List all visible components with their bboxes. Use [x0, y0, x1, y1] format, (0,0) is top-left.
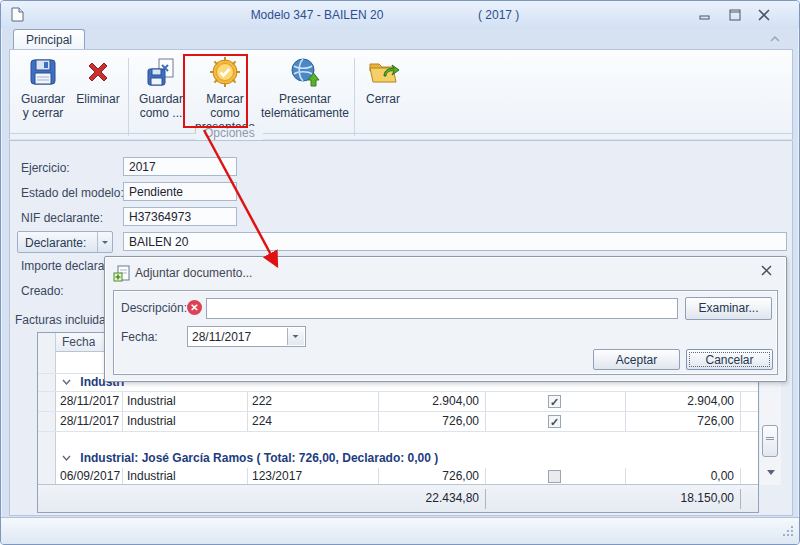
adjuntar-documento-dialog: Adjuntar documento... Descripción: ✕ Exa…: [104, 256, 787, 382]
declarante-field[interactable]: BAILEN 20: [123, 232, 787, 251]
nif-declarante-field[interactable]: H37364973: [123, 207, 237, 226]
button-label: Guardarcomo ...: [139, 92, 183, 120]
nif-declarante-label: NIF declarante:: [21, 211, 103, 225]
group-row-2[interactable]: Industrial: José García Ramos ( Total: 7…: [38, 450, 758, 468]
cell-importe: 2.904,00: [378, 394, 479, 408]
app-window: Modelo 347 - BAILEN 20 ( 2017 ) Principa…: [0, 0, 800, 545]
guardar-y-cerrar-button[interactable]: Guardary cerrar: [16, 56, 70, 126]
fecha-combo-value: 28/11/2017: [192, 330, 251, 344]
row-gap: [38, 432, 758, 450]
declarado-checkbox[interactable]: ✓: [548, 415, 561, 428]
save-as-icon: [145, 56, 177, 88]
declarante-dropdown-button[interactable]: Declarante:: [17, 231, 113, 253]
table-row[interactable]: 28/11/2017 Industrial 222 2.904,00 ✓ 2.9…: [38, 392, 758, 412]
title-bar[interactable]: Modelo 347 - BAILEN 20 ( 2017 ): [1, 1, 800, 28]
resize-grip-icon[interactable]: [781, 524, 795, 541]
button-label: Cerrar: [366, 92, 400, 106]
eliminar-button[interactable]: Eliminar: [72, 56, 124, 126]
scrollbar-thumb[interactable]: [762, 425, 778, 457]
estado-modelo-label: Estado del modelo:: [21, 186, 124, 200]
collapse-ribbon-icon[interactable]: [769, 33, 781, 47]
cell-tipo: Industrial: [127, 394, 176, 408]
scrollbar-down-icon[interactable]: [764, 466, 778, 478]
chevron-expand-icon[interactable]: [62, 451, 71, 460]
cell-numero: 123/2017: [252, 469, 302, 483]
window-title-year: ( 2017 ): [478, 8, 519, 22]
ejercicio-field[interactable]: 2017: [123, 157, 237, 176]
estado-modelo-field[interactable]: Pendiente: [123, 182, 237, 201]
cancelar-button[interactable]: Cancelar: [686, 349, 773, 370]
column-header-fecha[interactable]: Fecha: [62, 335, 95, 349]
cerrar-button[interactable]: Cerrar: [358, 56, 408, 126]
minimize-button[interactable]: [697, 9, 713, 21]
ejercicio-label: Ejercicio:: [21, 161, 70, 175]
save-icon: [27, 56, 59, 88]
declarado-checkbox[interactable]: ✓: [548, 470, 561, 483]
validation-error-icon: ✕: [187, 300, 202, 315]
cell-fecha: 06/09/2017: [60, 469, 120, 483]
globe-upload-icon: [289, 56, 321, 88]
cell-tipo: Industrial: [127, 469, 176, 483]
header-selector-cell: [38, 333, 56, 352]
descripcion-input[interactable]: [206, 298, 678, 319]
dialog-close-icon[interactable]: [760, 265, 773, 280]
dialog-title: Adjuntar documento...: [135, 266, 252, 280]
group-caption-opciones: Opciones: [196, 126, 263, 140]
tab-principal[interactable]: Principal: [13, 29, 85, 49]
annotation-highlight-box: [183, 54, 248, 128]
grid-footer: 22.434,80 18.150,00: [38, 484, 758, 512]
guardar-como-button[interactable]: Guardarcomo ...: [132, 56, 190, 126]
button-label: Eliminar: [76, 92, 119, 106]
creado-label: Creado:: [21, 284, 64, 298]
cell-importe: 726,00: [378, 414, 479, 428]
ribbon: Guardary cerrar Eliminar Guardarcomo ...…: [9, 49, 793, 139]
tab-principal-label: Principal: [26, 33, 72, 47]
group-row-label: Industrial: José García Ramos ( Total: 7…: [80, 451, 438, 465]
status-bar: [1, 517, 800, 545]
cell-numero: 224: [252, 414, 272, 428]
chevron-down-icon: [97, 232, 112, 252]
table-row[interactable]: 28/11/2017 Industrial 224 726,00 ✓ 726,0…: [38, 412, 758, 432]
cell-numero: 222: [252, 394, 272, 408]
chevron-expand-icon[interactable]: [62, 375, 71, 384]
chevron-down-icon[interactable]: [287, 328, 304, 345]
aceptar-button[interactable]: Aceptar: [593, 349, 680, 370]
cell-declarado: 0,00: [625, 469, 734, 483]
cell-fecha: 28/11/2017: [60, 414, 119, 428]
group-caption-line: [10, 133, 794, 134]
button-label: Guardary cerrar: [21, 92, 65, 120]
ribbon-tab-strip: Principal: [1, 28, 800, 49]
declarado-checkbox[interactable]: ✓: [548, 395, 561, 408]
cell-fecha: 28/11/2017: [60, 394, 119, 408]
declarante-label: Declarante:: [25, 236, 86, 250]
delete-icon: [82, 56, 114, 88]
button-label: Presentartelemáticamente: [261, 92, 349, 120]
presentar-telematicamente-button[interactable]: Presentartelemáticamente: [258, 56, 352, 126]
window-title: Modelo 347 - BAILEN 20: [1, 8, 633, 22]
cell-tipo: Industrial: [127, 414, 176, 428]
cell-importe: 726,00: [378, 469, 479, 483]
total-importe: 22.434,80: [378, 491, 479, 505]
close-folder-icon: [367, 56, 399, 88]
maximize-button[interactable]: [727, 9, 743, 21]
fecha-label: Fecha:: [121, 330, 158, 344]
fecha-combo[interactable]: 28/11/2017: [187, 326, 306, 347]
cell-declarado: 2.904,00: [625, 394, 734, 408]
total-declarado: 18.150,00: [625, 491, 734, 505]
close-button[interactable]: [756, 9, 772, 21]
facturas-incluidas-label: Facturas incluidas: [15, 313, 112, 327]
descripcion-label: Descripción:: [121, 301, 187, 315]
attach-document-icon: [113, 264, 131, 285]
examinar-button[interactable]: Examinar...: [685, 297, 772, 320]
scrollbar-grip-icon: [766, 437, 774, 440]
cell-declarado: 726,00: [625, 414, 734, 428]
